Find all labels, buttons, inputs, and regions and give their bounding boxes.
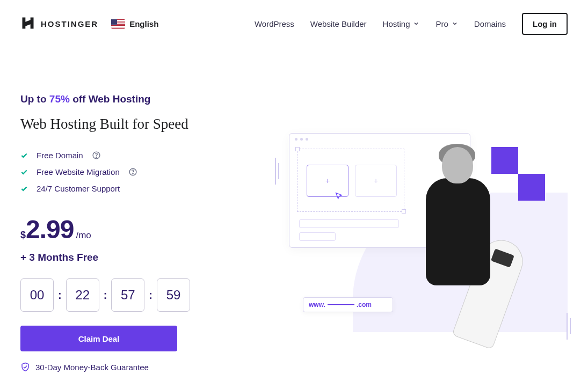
countdown-separator: :: [149, 289, 153, 302]
guarantee-row: 30-Day Money-Back Guarantee: [20, 362, 251, 372]
url-suffix: .com: [357, 301, 372, 308]
login-button[interactable]: Log in: [522, 13, 568, 35]
hero-content: Up to 75% off Web Hosting Web Hosting Bu…: [20, 93, 251, 372]
promo-eyebrow: Up to 75% off Web Hosting: [20, 93, 251, 105]
nav-pro[interactable]: Pro: [435, 19, 458, 28]
flag-us-icon: [111, 19, 125, 29]
feature-label: Free Domain: [37, 151, 83, 160]
price: $ 2.99 /mo: [20, 215, 251, 244]
url-blank-icon: [328, 304, 354, 305]
site-header: HOSTINGER English WordPress Website Buil…: [0, 0, 588, 34]
illustration-person: [410, 147, 512, 324]
decor-square-icon: [518, 174, 545, 201]
chevron-down-icon: [413, 19, 419, 28]
feature-label: Free Website Migration: [37, 167, 120, 177]
placeholder-line-icon: [299, 219, 399, 228]
bonus-text: + 3 Months Free: [20, 252, 251, 263]
countdown-timer: 00 : 22 : 57 : 59: [20, 278, 251, 312]
nav-domains-label: Domains: [474, 19, 506, 28]
window-controls-icon: [295, 138, 308, 141]
svg-point-3: [133, 173, 133, 174]
language-selector[interactable]: English: [111, 19, 158, 29]
help-icon[interactable]: [92, 151, 101, 160]
feature-support: 24/7 Customer Support: [20, 184, 251, 193]
price-amount: 2.99: [26, 215, 74, 244]
check-icon: [20, 152, 28, 159]
nav-website-builder[interactable]: Website Builder: [310, 19, 367, 28]
eyebrow-prefix: Up to: [20, 93, 49, 105]
feature-free-domain: Free Domain: [20, 151, 251, 160]
price-period: /mo: [76, 230, 91, 241]
hero-headline: Web Hosting Built for Speed: [20, 116, 251, 133]
nav-hosting[interactable]: Hosting: [383, 19, 420, 28]
illustration-head: [442, 147, 473, 183]
illustration-url-bar: www. .com: [303, 297, 393, 312]
countdown-separator: :: [104, 289, 107, 302]
decor-bars-icon: [273, 158, 281, 185]
decor-bars-icon: [564, 313, 573, 340]
illustration-torso: [426, 178, 490, 285]
chevron-down-icon: [452, 19, 458, 28]
check-icon: [20, 168, 28, 176]
nav-wordpress-label: WordPress: [255, 19, 294, 28]
language-label: English: [129, 19, 158, 28]
brand-logo[interactable]: HOSTINGER: [20, 16, 98, 33]
hero-section: Up to 75% off Web Hosting Web Hosting Bu…: [0, 34, 588, 372]
eyebrow-suffix: off Web Hosting: [70, 93, 151, 105]
countdown-hours: 22: [66, 278, 99, 312]
check-icon: [20, 185, 28, 193]
nav-pro-label: Pro: [435, 19, 448, 28]
logo-mark-icon: [20, 16, 35, 33]
nav-hosting-label: Hosting: [383, 19, 410, 28]
price-currency: $: [20, 230, 26, 241]
svg-point-1: [96, 157, 96, 157]
cursor-icon: [335, 192, 343, 202]
countdown-separator: :: [58, 289, 62, 302]
eyebrow-percent: 75%: [49, 93, 70, 105]
feature-label: 24/7 Customer Support: [37, 184, 120, 193]
countdown-days: 00: [20, 278, 54, 312]
countdown-minutes: 57: [111, 278, 144, 312]
guarantee-text: 30-Day Money-Back Guarantee: [35, 363, 149, 372]
placeholder-line-icon: [299, 232, 336, 241]
claim-deal-button[interactable]: Claim Deal: [20, 326, 177, 351]
placeholder-box-icon: +: [355, 165, 397, 197]
hero-illustration: + + www. .com: [273, 93, 568, 372]
nav-domains[interactable]: Domains: [474, 19, 506, 28]
main-nav: WordPress Website Builder Hosting Pro Do…: [255, 13, 568, 35]
feature-free-migration: Free Website Migration: [20, 167, 251, 177]
brand-name: HOSTINGER: [41, 19, 98, 28]
countdown-seconds: 59: [157, 278, 190, 312]
url-prefix: www.: [309, 301, 325, 308]
nav-website-builder-label: Website Builder: [310, 19, 367, 28]
nav-wordpress[interactable]: WordPress: [255, 19, 294, 28]
help-icon[interactable]: [128, 167, 137, 177]
feature-list: Free Domain Free Website Migration 24/7: [20, 151, 251, 193]
shield-check-icon: [20, 362, 30, 372]
